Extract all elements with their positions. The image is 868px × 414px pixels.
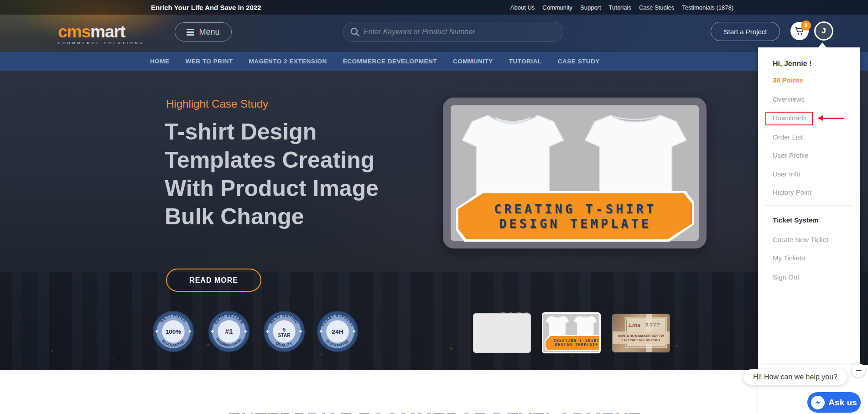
headline-line-3: With Product Image bbox=[165, 174, 379, 202]
annotation-arrow-line bbox=[822, 118, 844, 119]
dropdown-item-user-info[interactable]: User Info bbox=[773, 170, 800, 179]
svg-text:#1: #1 bbox=[225, 327, 233, 335]
dropdown-item-sign-out[interactable]: Sign Out bbox=[773, 273, 799, 282]
search-bar bbox=[343, 22, 563, 42]
nav-item-ecommerce-development[interactable]: ECOMMERCE DEVELOPMENT bbox=[343, 58, 437, 65]
svg-text:24H: 24H bbox=[332, 328, 343, 335]
svg-text:100%: 100% bbox=[166, 328, 182, 335]
main-nav: HOME WEB TO PRINT MAGENTO 2 EXTENSION EC… bbox=[0, 52, 868, 71]
top-link-about-us[interactable]: About Us bbox=[510, 4, 535, 11]
dropdown-item-history-point[interactable]: History Point bbox=[773, 188, 811, 197]
logo-cms: cms bbox=[58, 22, 90, 41]
badge-best-price: BEST PRICE GUARANTEE 100% bbox=[153, 311, 194, 352]
invitation-rsvp-text: RSVP bbox=[645, 323, 661, 327]
menu-button[interactable]: Menu bbox=[175, 22, 232, 41]
dropdown-item-user-profile[interactable]: User Profile bbox=[773, 151, 808, 160]
badge-best-rating: BEST RATING QUALITY 5 STAR bbox=[264, 311, 305, 352]
headline-line-2: Templates Creating bbox=[165, 146, 379, 174]
badge-best-seller: BEST SELLER INTERNATIONAL #1 bbox=[208, 311, 249, 352]
hero-headline: T-shirt Design Templates Creating With P… bbox=[165, 118, 379, 231]
dropdown-item-my-tickets[interactable]: My Tickets bbox=[773, 254, 805, 263]
hamburger-icon bbox=[187, 29, 194, 36]
dropdown-greeting: Hi, Jennie ! bbox=[773, 59, 811, 68]
read-more-button[interactable]: READ MORE bbox=[166, 269, 261, 292]
annotation-arrow-head bbox=[817, 115, 823, 121]
hero-eyebrow: Highlight Case Study bbox=[166, 98, 268, 110]
logo-mart: mart bbox=[90, 22, 125, 41]
slide-banner-inner: CREATING T-SHIRT DESIGN TEMPLATE bbox=[458, 193, 692, 239]
minus-icon bbox=[856, 370, 862, 371]
nav-item-case-study[interactable]: CASE STUDY bbox=[558, 58, 600, 65]
user-dropdown-panel: Hi, Jennie ! 30 Points Overviews Downloa… bbox=[758, 47, 860, 370]
user-avatar[interactable]: J bbox=[814, 21, 833, 41]
thumb-banner-line-1: CREATING T-SHIRT bbox=[553, 339, 599, 343]
headline-line-4: Bulk Change bbox=[165, 202, 379, 231]
annotation-red-box bbox=[765, 112, 813, 125]
banner-line-2: DESIGN TEMPLATE bbox=[499, 217, 651, 231]
top-links: About Us Community Support Tutorials Cas… bbox=[510, 4, 733, 11]
banner-line-1: CREATING T-SHIRT bbox=[494, 202, 656, 216]
logo-tagline: ECOMMERCE SOLUTIONS bbox=[58, 41, 144, 45]
start-project-button[interactable]: Start a Project bbox=[711, 22, 780, 41]
dropdown-divider-2 bbox=[765, 268, 853, 268]
dropdown-item-order-list[interactable]: Order List bbox=[773, 133, 803, 142]
svg-text:STAR: STAR bbox=[278, 333, 291, 338]
top-link-tutorials[interactable]: Tutorials bbox=[609, 4, 631, 11]
invitation-caption-line-2: FOR PAPERLESS POST bbox=[622, 338, 660, 342]
thumb-banner-line-2: DESIGN TEMPLATE bbox=[555, 343, 598, 347]
site-header: cmsmart ECOMMERCE SOLUTIONS Menu Start a… bbox=[0, 15, 868, 52]
menu-label: Menu bbox=[199, 27, 219, 37]
top-link-testimonials[interactable]: Testimonials (1878) bbox=[682, 4, 733, 11]
dropdown-ticket-system-title: Ticket System bbox=[773, 216, 819, 225]
search-icon[interactable] bbox=[350, 27, 360, 37]
headline-line-1: T-shirt Design bbox=[165, 118, 379, 146]
cmsmart-logo[interactable]: cmsmart ECOMMERCE SOLUTIONS bbox=[58, 24, 144, 45]
slide-thumbnail-1[interactable] bbox=[473, 313, 531, 353]
top-link-support[interactable]: Support bbox=[580, 4, 601, 11]
chat-greeting-bubble: Hi! How can we help you? bbox=[743, 369, 847, 385]
dropdown-item-overviews[interactable]: Overviews bbox=[773, 95, 805, 104]
slide-thumbnail-3[interactable]: Lina RSVP INVITATION MAKER SOFTW FOR PAP… bbox=[612, 314, 670, 352]
nav-item-home[interactable]: HOME bbox=[150, 58, 170, 65]
slide-thumbnail-2-active[interactable]: CREATING T-SHIRT DESIGN TEMPLATE bbox=[542, 312, 601, 353]
nav-item-web-to-print[interactable]: WEB TO PRINT bbox=[186, 58, 233, 65]
nav-items: HOME WEB TO PRINT MAGENTO 2 EXTENSION EC… bbox=[150, 58, 600, 65]
badge-ticket-support: TICKET SUPPORT GUARANTEE 24H bbox=[317, 311, 358, 352]
logo-wordmark: cmsmart bbox=[58, 24, 144, 40]
section-heading: ENTERPRISE ECOMMERCE DEVELOPMENT bbox=[0, 409, 868, 414]
top-link-case-studies[interactable]: Case Studies bbox=[639, 4, 674, 11]
dropdown-pointer bbox=[818, 42, 826, 47]
main-content-section: ENTERPRISE ECOMMERCE DEVELOPMENT bbox=[0, 370, 868, 414]
invitation-caption-band: INVITATION MAKER SOFTW FOR PAPERLESS POS… bbox=[613, 331, 670, 344]
cart-count-badge: 0 bbox=[801, 21, 811, 31]
dropdown-points: 30 Points bbox=[773, 76, 803, 85]
chat-minimize-button[interactable] bbox=[852, 363, 865, 377]
top-bar: Enrich Your Life And Save in 2022 About … bbox=[0, 0, 868, 15]
hero-section: Highlight Case Study T-shirt Design Temp… bbox=[0, 52, 868, 370]
svg-text:5: 5 bbox=[283, 326, 286, 332]
nav-item-community[interactable]: COMMUNITY bbox=[453, 58, 493, 65]
nav-item-magento-2-extension[interactable]: MAGENTO 2 EXTENSION bbox=[249, 58, 327, 65]
invitation-caption-line-1: INVITATION MAKER SOFTW bbox=[618, 334, 664, 338]
thumb-banner: CREATING T-SHIRT DESIGN TEMPLATE bbox=[545, 335, 601, 351]
search-input[interactable] bbox=[364, 28, 556, 36]
top-link-community[interactable]: Community bbox=[542, 4, 572, 11]
nav-item-tutorial[interactable]: TUTORIAL bbox=[509, 58, 542, 65]
dropdown-divider-1 bbox=[765, 205, 853, 206]
ask-us-button[interactable]: Ask us bbox=[807, 392, 861, 413]
dropdown-item-create-new-ticket[interactable]: Create New Ticket bbox=[773, 235, 829, 244]
messenger-icon bbox=[811, 396, 825, 409]
invitation-script-text: Lina bbox=[628, 322, 640, 328]
thumb-banner-inner: CREATING T-SHIRT DESIGN TEMPLATE bbox=[546, 336, 601, 350]
promo-text: Enrich Your Life And Save in 2022 bbox=[151, 4, 261, 11]
ask-us-label: Ask us bbox=[828, 398, 857, 408]
slide-banner: CREATING T-SHIRT DESIGN TEMPLATE bbox=[456, 191, 694, 242]
